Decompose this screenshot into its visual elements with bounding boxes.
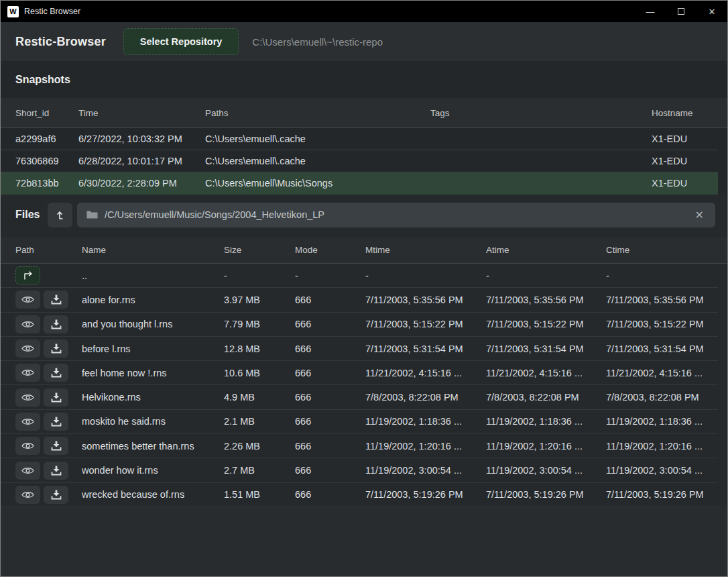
download-file-button[interactable]	[44, 413, 68, 431]
file-size: 7.79 MB	[224, 319, 295, 329]
col-hostname: Hostname	[652, 108, 718, 118]
file-mtime: -	[365, 270, 486, 281]
file-mtime: 7/11/2003, 5:31:54 PM	[365, 344, 486, 354]
download-icon	[51, 417, 62, 427]
table-row: alone for.rns 3.97 MB 666 7/11/2003, 5:3…	[1, 288, 718, 312]
table-row: wonder how it.rns 2.7 MB 666 11/19/2002,…	[1, 458, 718, 482]
file-mode: 666	[295, 416, 365, 427]
file-name: Helvikone.rns	[82, 392, 224, 403]
file-atime: 7/11/2003, 5:19:26 PM	[486, 489, 606, 500]
snapshot-short-id: a2299af6	[15, 134, 78, 144]
snapshots-table: a2299af6 6/27/2022, 10:03:32 PM C:\Users…	[1, 128, 727, 195]
snapshot-row[interactable]: a2299af6 6/27/2022, 10:03:32 PM C:\Users…	[1, 128, 718, 150]
files-title: Files	[15, 209, 46, 221]
view-file-button[interactable]	[15, 462, 40, 480]
file-atime: 11/21/2002, 4:15:16 ...	[486, 368, 606, 378]
parent-directory-row: .. - - - - -	[1, 264, 718, 288]
download-file-button[interactable]	[44, 462, 68, 480]
download-icon	[51, 466, 62, 476]
download-file-button[interactable]	[44, 388, 68, 407]
go-parent-directory-button[interactable]	[15, 266, 40, 284]
file-ctime: 7/8/2003, 8:22:08 PM	[606, 392, 718, 403]
download-icon	[51, 344, 62, 354]
view-file-button[interactable]	[15, 388, 40, 407]
col-paths: Paths	[205, 108, 430, 118]
download-file-button[interactable]	[44, 315, 68, 333]
view-file-button[interactable]	[15, 437, 40, 455]
file-name: wonder how it.rns	[82, 465, 224, 476]
eye-icon	[21, 466, 34, 475]
select-repository-button[interactable]: Select Repository	[123, 28, 239, 55]
eye-icon	[21, 344, 34, 353]
file-name: ..	[82, 270, 224, 281]
view-file-button[interactable]	[15, 339, 40, 358]
snapshot-row[interactable]: 72b813bb 6/30/2022, 2:28:09 PM C:\Users\…	[1, 172, 718, 195]
folder-icon	[86, 210, 98, 219]
download-file-button[interactable]	[44, 486, 68, 504]
col-atime: Atime	[486, 245, 606, 255]
file-mtime: 7/11/2003, 5:19:26 PM	[365, 489, 486, 500]
eye-icon	[21, 295, 34, 304]
file-size: 10.6 MB	[224, 368, 295, 378]
file-ctime: 11/19/2002, 1:18:36 ...	[606, 416, 718, 427]
file-mode: 666	[295, 489, 365, 500]
current-path-field[interactable]: /C/Users/emuell/Music/Songs/2004_Helveti…	[77, 203, 715, 227]
path-root-button[interactable]	[48, 203, 72, 227]
file-size: 12.8 MB	[224, 344, 295, 354]
maximize-button[interactable]	[666, 1, 696, 22]
file-mode: 666	[295, 465, 365, 476]
file-atime: 11/19/2002, 3:00:54 ...	[486, 465, 606, 476]
file-name: sometimes better than.rns	[82, 441, 224, 452]
arrow-up-then-right-icon	[22, 271, 34, 280]
clear-path-icon[interactable]: ✕	[693, 209, 706, 221]
file-name: before l.rns	[82, 344, 224, 354]
col-mode: Mode	[295, 245, 365, 255]
eye-icon	[21, 417, 34, 426]
download-icon	[51, 490, 62, 500]
current-path-text: /C/Users/emuell/Music/Songs/2004_Helveti…	[105, 209, 693, 220]
file-ctime: 7/11/2003, 5:19:26 PM	[606, 489, 718, 500]
file-ctime: -	[606, 270, 718, 281]
col-name: Name	[82, 245, 224, 255]
snapshot-hostname: X1-EDU	[652, 156, 718, 166]
close-button[interactable]: ✕	[696, 1, 727, 22]
file-size: 4.9 MB	[224, 392, 295, 403]
app-window: W Restic Browser — ✕ Restic-Browser Sele…	[0, 0, 728, 577]
minimize-button[interactable]: —	[635, 1, 666, 22]
snapshots-title: Snapshots	[15, 74, 70, 86]
eye-icon	[21, 320, 34, 329]
file-atime: -	[486, 270, 606, 281]
view-file-button[interactable]	[15, 364, 40, 382]
snapshot-time: 6/27/2022, 10:03:32 PM	[78, 134, 205, 144]
download-icon	[51, 295, 62, 305]
file-mode: 666	[295, 441, 365, 452]
file-mode: 666	[295, 319, 365, 329]
repository-path: C:\Users\emuell\~\restic-repo	[252, 36, 383, 48]
file-mode: 666	[295, 295, 365, 305]
download-file-button[interactable]	[44, 339, 68, 358]
file-mode: 666	[295, 344, 365, 354]
col-path: Path	[15, 245, 82, 255]
files-table: alone for.rns 3.97 MB 666 7/11/2003, 5:3…	[1, 288, 727, 507]
col-size: Size	[224, 245, 295, 255]
file-mtime: 7/8/2003, 8:22:08 PM	[365, 392, 486, 403]
view-file-button[interactable]	[15, 486, 40, 504]
file-ctime: 7/11/2003, 5:35:56 PM	[606, 295, 718, 305]
view-file-button[interactable]	[15, 291, 40, 309]
file-name: alone for.rns	[82, 295, 224, 305]
download-icon	[51, 319, 62, 329]
view-file-button[interactable]	[15, 315, 40, 333]
col-time: Time	[78, 108, 205, 118]
snapshot-row[interactable]: 76306869 6/28/2022, 10:01:17 PM C:\Users…	[1, 150, 718, 172]
download-icon	[51, 392, 62, 403]
file-atime: 11/19/2002, 1:20:16 ...	[486, 441, 606, 452]
file-mode: 666	[295, 368, 365, 378]
file-name: moskito he said.rns	[82, 416, 224, 427]
eye-icon	[21, 368, 34, 377]
download-file-button[interactable]	[44, 291, 68, 309]
snapshot-short-id: 76306869	[15, 156, 78, 166]
download-file-button[interactable]	[44, 364, 68, 382]
snapshot-paths: C:\Users\emuell\Music\Songs	[205, 178, 430, 189]
view-file-button[interactable]	[15, 413, 40, 431]
download-file-button[interactable]	[44, 437, 68, 455]
